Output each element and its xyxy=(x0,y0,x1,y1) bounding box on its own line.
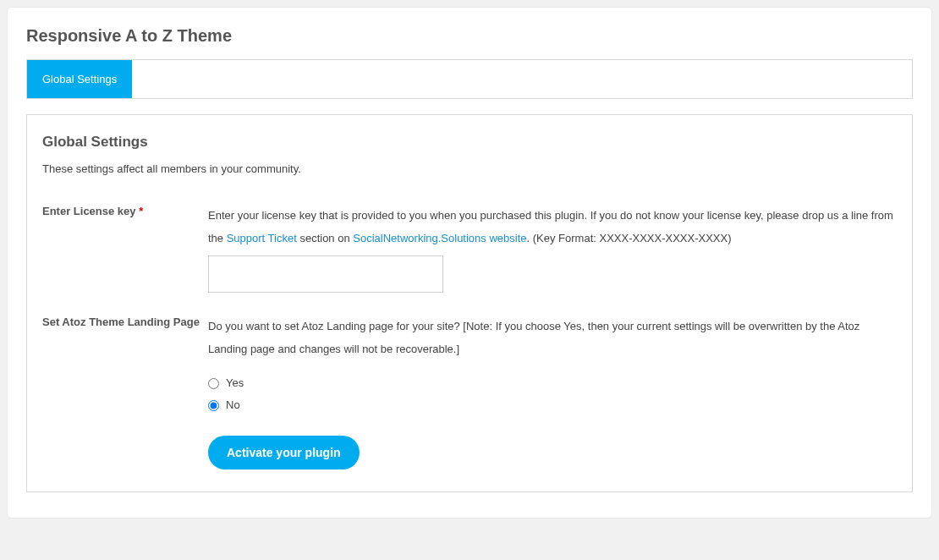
required-mark: * xyxy=(139,205,143,217)
landing-label-no[interactable]: No xyxy=(226,398,240,413)
landing-radio-yes[interactable] xyxy=(208,378,219,389)
landing-option-yes: Yes xyxy=(208,376,897,391)
landing-page-field: Do you want to set Atoz Landing page for… xyxy=(208,315,897,414)
landing-label-yes[interactable]: Yes xyxy=(226,376,244,391)
landing-option-no: No xyxy=(208,398,897,413)
global-settings-panel: Global Settings These settings affect al… xyxy=(26,114,913,492)
license-key-label-text: Enter License key xyxy=(42,205,136,217)
license-key-label: Enter License key * xyxy=(42,204,208,293)
license-help-part3: . (Key Format: XXXX-XXXX-XXXX-XXXX) xyxy=(527,232,732,244)
button-row: Activate your plugin xyxy=(208,436,897,469)
panel-description: These settings affect all members in you… xyxy=(42,162,897,175)
sns-website-link[interactable]: SocialNetworking.Solutions website xyxy=(353,232,526,244)
panel-title: Global Settings xyxy=(42,134,897,151)
license-key-input[interactable] xyxy=(208,255,443,293)
landing-page-label: Set Atoz Theme Landing Page xyxy=(42,315,208,414)
activate-plugin-button[interactable]: Activate your plugin xyxy=(208,436,360,469)
tab-global-settings[interactable]: Global Settings xyxy=(27,60,132,98)
license-key-row: Enter License key * Enter your license k… xyxy=(42,204,897,293)
support-ticket-link[interactable]: Support Ticket xyxy=(227,232,297,244)
landing-radio-no[interactable] xyxy=(208,400,219,411)
landing-help-text: Do you want to set Atoz Landing page for… xyxy=(208,320,859,355)
page-title: Responsive A to Z Theme xyxy=(26,26,913,46)
tabs-bar: Global Settings xyxy=(26,59,913,99)
license-help-part2: section on xyxy=(297,232,354,244)
landing-page-row: Set Atoz Theme Landing Page Do you want … xyxy=(42,315,897,414)
settings-card: Responsive A to Z Theme Global Settings … xyxy=(7,7,932,519)
license-key-field: Enter your license key that is provided … xyxy=(208,204,897,293)
